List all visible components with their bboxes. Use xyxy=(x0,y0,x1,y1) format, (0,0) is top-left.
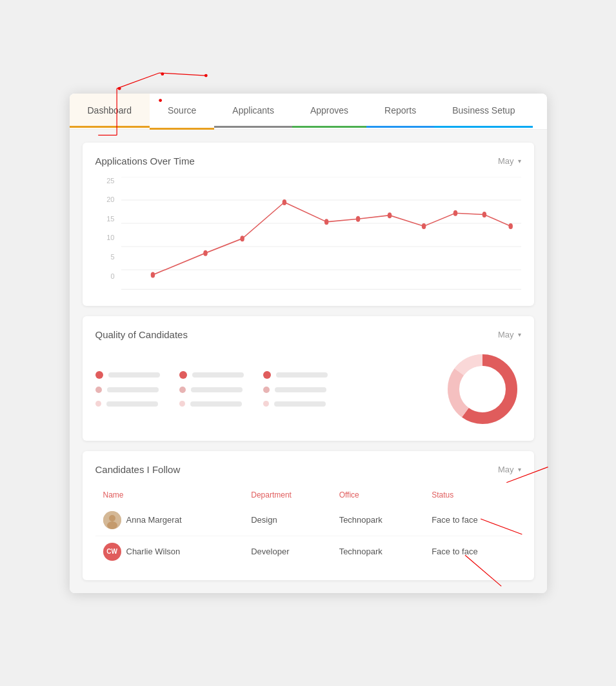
donut-hole xyxy=(462,368,503,410)
svg-point-31 xyxy=(107,521,117,529)
svg-point-30 xyxy=(109,515,115,521)
donut-svg xyxy=(444,350,521,428)
quality-legend-col-1 xyxy=(95,371,160,407)
svg-line-1 xyxy=(117,73,159,88)
svg-point-24 xyxy=(421,223,426,229)
legend-item-1-2 xyxy=(95,387,160,393)
avatar xyxy=(103,511,121,529)
legend-dot-light xyxy=(263,401,269,407)
nav-business[interactable]: Business Setup xyxy=(434,94,533,129)
candidate-name-cell: CWCharlie Wilson xyxy=(95,536,244,567)
applications-header: Applications Over Time May ▾ xyxy=(95,156,521,166)
applications-chart: 0 5 10 15 20 25 xyxy=(95,177,521,293)
nav-reports[interactable]: Reports xyxy=(366,94,434,129)
table-header-row: Name Department Office Status xyxy=(95,485,521,505)
legend-item-2-3 xyxy=(179,401,244,407)
svg-point-26 xyxy=(482,212,486,217)
applications-over-time-card: Applications Over Time May ▾ 0 5 10 15 2… xyxy=(83,143,534,306)
quality-card: Quality of Candidates May ▾ xyxy=(83,316,534,441)
legend-line xyxy=(191,387,243,392)
legend-dot-pink xyxy=(179,387,186,393)
main-nav: Dashboard Source Applicants Approves Rep… xyxy=(70,94,547,130)
quality-body xyxy=(95,350,521,428)
svg-point-23 xyxy=(387,212,392,218)
legend-line xyxy=(275,387,326,392)
legend-line xyxy=(106,401,158,407)
legend-dot-pink xyxy=(263,387,270,393)
legend-dot-light xyxy=(95,401,101,407)
follow-title: Candidates I Follow xyxy=(95,464,181,475)
main-content: Applications Over Time May ▾ 0 5 10 15 2… xyxy=(70,130,547,593)
y-axis-labels: 0 5 10 15 20 25 xyxy=(95,177,115,280)
legend-item-2-1 xyxy=(179,371,244,379)
candidate-office: Technopark xyxy=(332,505,424,536)
follow-month-selector[interactable]: May ▾ xyxy=(498,465,521,474)
legend-item-2-2 xyxy=(179,387,244,393)
svg-line-0 xyxy=(159,73,206,76)
legend-item-1-3 xyxy=(95,401,160,407)
y-label-5: 5 xyxy=(95,253,115,261)
candidate-department: Design xyxy=(243,505,331,536)
quality-month-label: May xyxy=(498,330,514,339)
nav-applicants[interactable]: Applicants xyxy=(214,94,292,129)
y-label-20: 20 xyxy=(95,196,115,203)
table-row[interactable]: Anna MargeratDesignTechnoparkFace to fac… xyxy=(95,505,521,536)
candidates-follow-card: Candidates I Follow May ▾ Name Departmen… xyxy=(83,451,534,580)
y-label-15: 15 xyxy=(95,215,115,223)
legend-line xyxy=(108,372,160,378)
legend-line xyxy=(276,372,328,378)
quality-header: Quality of Candidates May ▾ xyxy=(95,329,521,340)
y-label-0: 0 xyxy=(95,272,115,280)
svg-point-27 xyxy=(508,223,513,229)
candidate-status: Face to face xyxy=(424,536,521,567)
applications-chevron-icon: ▾ xyxy=(518,157,521,165)
svg-point-5 xyxy=(161,72,164,76)
nav-dashboard[interactable]: Dashboard xyxy=(70,94,150,129)
svg-point-17 xyxy=(150,272,155,277)
quality-legend-col-2 xyxy=(179,371,244,407)
svg-point-21 xyxy=(324,219,328,225)
svg-point-19 xyxy=(240,236,244,241)
col-header-name: Name xyxy=(95,485,244,505)
quality-month-selector[interactable]: May ▾ xyxy=(498,330,521,339)
applications-title: Applications Over Time xyxy=(95,156,195,166)
col-header-office: Office xyxy=(332,485,424,505)
follow-header: Candidates I Follow May ▾ xyxy=(95,464,521,475)
candidate-department: Developer xyxy=(243,536,331,567)
line-chart-svg xyxy=(121,177,521,293)
follow-table: Name Department Office Status Anna Marge… xyxy=(95,485,521,567)
candidate-name: Anna Margerat xyxy=(126,515,182,525)
legend-dot-red xyxy=(263,371,271,379)
candidate-status: Face to face xyxy=(424,505,521,536)
applications-month-selector[interactable]: May ▾ xyxy=(498,156,521,166)
donut-chart xyxy=(444,350,521,428)
quality-legend-col-3 xyxy=(263,371,328,407)
col-header-department: Department xyxy=(243,485,331,505)
col-header-status: Status xyxy=(424,485,521,505)
nav-approves[interactable]: Approves xyxy=(292,94,366,129)
svg-point-22 xyxy=(355,216,360,221)
legend-line xyxy=(107,387,159,392)
svg-point-4 xyxy=(204,74,207,77)
svg-point-20 xyxy=(282,199,286,205)
legend-line xyxy=(190,401,242,407)
legend-dot-red xyxy=(179,371,187,379)
applications-month-label: May xyxy=(498,156,514,166)
candidate-name: Charlie Wilson xyxy=(126,547,181,556)
quality-legends xyxy=(95,371,431,407)
candidate-name-cell: Anna Margerat xyxy=(95,505,244,536)
follow-month-label: May xyxy=(498,465,514,474)
follow-chevron-icon: ▾ xyxy=(518,466,521,473)
quality-title: Quality of Candidates xyxy=(95,329,188,340)
svg-point-18 xyxy=(203,250,208,256)
table-row[interactable]: CWCharlie WilsonDeveloperTechnoparkFace … xyxy=(95,536,521,567)
legend-dot-red xyxy=(95,371,103,379)
quality-chevron-icon: ▾ xyxy=(518,331,521,338)
legend-dot-light xyxy=(179,401,185,407)
legend-item-3-2 xyxy=(263,387,328,393)
legend-line xyxy=(274,401,326,407)
nav-source[interactable]: Source xyxy=(150,94,214,129)
svg-point-7 xyxy=(117,86,121,90)
svg-point-25 xyxy=(453,210,457,216)
y-label-10: 10 xyxy=(95,234,115,241)
